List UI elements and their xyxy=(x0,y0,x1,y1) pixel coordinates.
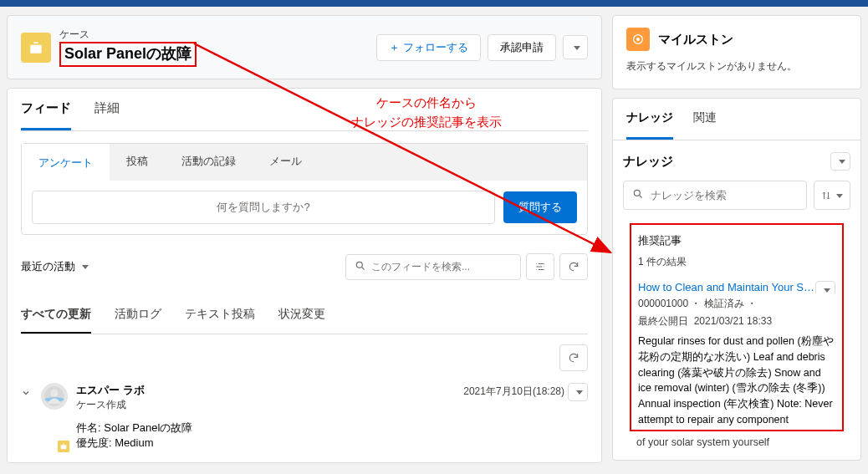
knowledge-search[interactable] xyxy=(623,181,807,210)
knowledge-search-input[interactable] xyxy=(651,189,798,201)
svg-point-5 xyxy=(50,390,58,397)
article-title-text: How to Clean and Maintain Your Solar ... xyxy=(638,281,834,293)
publisher-tab-log[interactable]: 活動の記録 xyxy=(165,144,253,181)
approve-button[interactable]: 承認申請 xyxy=(488,34,556,61)
feed-item-expand[interactable] xyxy=(21,383,41,451)
tab-related[interactable]: 関連 xyxy=(693,99,717,140)
feed-refresh-button[interactable] xyxy=(559,253,588,280)
milestone-icon xyxy=(626,28,650,51)
knowledge-panel-menu[interactable] xyxy=(830,152,850,171)
article-overflow-text: of your solar system yourself xyxy=(636,436,844,448)
annotation-line1: ケースの件名から xyxy=(351,94,502,113)
suggested-articles-title: 推奨記事 xyxy=(638,233,835,248)
suggested-articles-count: 1 件の結果 xyxy=(638,255,835,269)
avatar xyxy=(41,383,68,410)
feed-card: フィード 詳細 アンケート 投稿 活動の記録 メール 何を質問しますか? 質問す… xyxy=(7,88,602,463)
publisher-tab-email[interactable]: メール xyxy=(253,144,319,181)
milestone-card: マイルストン 表示するマイルストンがありません。 xyxy=(612,15,861,89)
article-meta: 000001000 ・ 検証済み ・ xyxy=(638,297,835,311)
feed-search-input[interactable] xyxy=(371,261,512,273)
update-tab-textpost[interactable]: テキスト投稿 xyxy=(185,297,255,334)
feed-item-date: 2021年7月10日(18:28) xyxy=(463,385,564,399)
case-badge-icon xyxy=(56,439,71,454)
app-top-border xyxy=(0,0,868,7)
feed-search[interactable] xyxy=(345,254,521,280)
follow-button[interactable]: ＋ フォローする xyxy=(376,34,481,61)
ask-button[interactable]: 質問する xyxy=(503,191,577,223)
svg-point-0 xyxy=(356,262,362,268)
svg-line-9 xyxy=(640,196,642,198)
article-published: 最終公開日 2021/03/21 18:33 xyxy=(638,314,835,329)
annotation-line2: ナレッジの推奨記事を表示 xyxy=(351,113,502,132)
feed-priority-value: Medium xyxy=(115,436,153,449)
feed-subject-value: Solar Panelの故障 xyxy=(104,421,192,434)
article-status: 検証済み xyxy=(704,298,744,309)
feed-priority-label: 優先度: xyxy=(76,436,115,449)
tab-feed[interactable]: フィード xyxy=(21,89,71,130)
publisher-tab-post[interactable]: 投稿 xyxy=(110,144,165,181)
svg-point-7 xyxy=(636,38,640,41)
feed-event-type: ケース作成 xyxy=(76,398,588,412)
tab-detail[interactable]: 詳細 xyxy=(94,89,120,130)
feed-item: エスパー ラボ ケース作成 件名: Solar Panelの故障 優先度: Me… xyxy=(21,383,588,451)
annotation-text: ケースの件名から ナレッジの推奨記事を表示 xyxy=(351,94,502,131)
suggested-articles-box: 推奨記事 1 件の結果 How to Clean and Maintain Yo… xyxy=(630,223,844,431)
feed-priority-row: 優先度: Medium xyxy=(76,436,588,451)
record-type-label: ケース xyxy=(59,28,197,42)
feed-subject-label: 件名: xyxy=(76,421,104,434)
follow-button-label: フォローする xyxy=(403,41,468,54)
updates-refresh-button[interactable] xyxy=(559,344,588,371)
update-tab-status[interactable]: 状況変更 xyxy=(278,297,325,334)
article-menu[interactable] xyxy=(815,281,835,293)
article-published-date: 2021/03/21 18:33 xyxy=(694,315,772,327)
case-title: Solar Panelの故障 xyxy=(64,45,191,62)
publisher-tab-survey[interactable]: アンケート xyxy=(22,144,110,181)
update-tab-log[interactable]: 活動ログ xyxy=(115,297,161,334)
annotation-title-highlight: Solar Panelの故障 xyxy=(59,42,197,67)
update-tab-all[interactable]: すべての更新 xyxy=(21,297,91,334)
search-icon xyxy=(632,188,644,202)
case-icon xyxy=(21,33,51,63)
svg-point-8 xyxy=(634,190,640,196)
svg-line-1 xyxy=(362,267,365,269)
knowledge-panel-title: ナレッジ xyxy=(623,154,673,170)
search-icon xyxy=(355,260,366,274)
feed-item-menu[interactable] xyxy=(568,383,588,401)
article-body: Regular rinses for dust and pollen (粉塵や花… xyxy=(638,334,835,428)
feed-filter-button[interactable] xyxy=(526,253,554,280)
milestone-title: マイルストン xyxy=(658,32,733,48)
tab-knowledge[interactable]: ナレッジ xyxy=(626,99,673,140)
recent-activity-dropdown[interactable]: 最近の活動 xyxy=(21,259,89,274)
composer: アンケート 投稿 活動の記録 メール 何を質問しますか? 質問する xyxy=(21,143,588,235)
question-input[interactable]: 何を質問しますか? xyxy=(32,191,495,224)
milestone-empty-text: 表示するマイルストンがありません。 xyxy=(626,59,847,74)
article-published-label: 最終公開日 xyxy=(638,315,688,327)
feed-subject-row: 件名: Solar Panelの故障 xyxy=(76,420,588,436)
article-link[interactable]: How to Clean and Maintain Your Solar ... xyxy=(638,281,835,293)
article-number: 000001000 xyxy=(638,298,688,309)
knowledge-card: ナレッジ 関連 ナレッジ xyxy=(612,98,861,461)
case-header-card: ケース Solar Panelの故障 ＋ フォローする 承認申請 xyxy=(7,15,602,79)
header-more-button[interactable] xyxy=(563,35,588,59)
knowledge-sort-button[interactable] xyxy=(814,181,850,210)
